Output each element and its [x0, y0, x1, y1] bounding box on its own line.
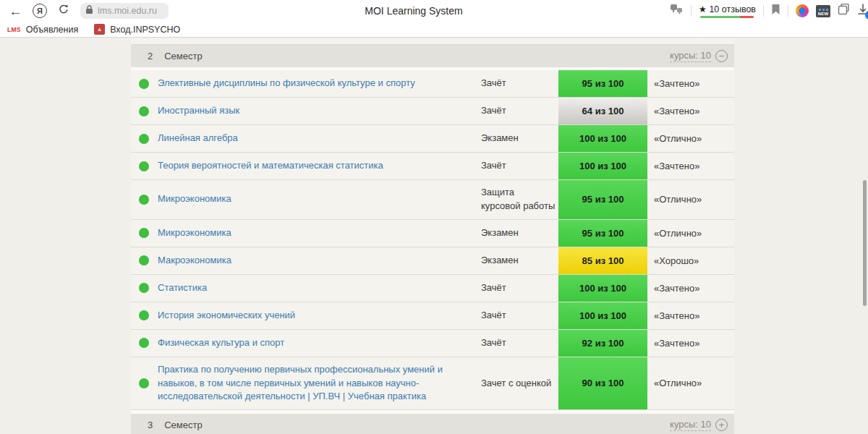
- lock-icon: [85, 4, 93, 17]
- table-row: Иностранный язык Зачёт 64 из 100 «Зачтен…: [131, 98, 734, 125]
- bookmark-label: Вход.INPSYCHO: [110, 25, 180, 35]
- score-badge: 95 из 100: [558, 70, 647, 97]
- semester-2-header: 2 Семестр курсы: 10 −: [131, 45, 734, 67]
- site-reviews[interactable]: ★ 10 отзывов: [699, 4, 756, 18]
- course-link[interactable]: Микроэкономика: [158, 187, 481, 212]
- course-link[interactable]: Статистика: [158, 276, 481, 301]
- scrollbar-thumb[interactable]: [863, 180, 867, 306]
- address-bar[interactable]: lms.moi.edu.ru: [80, 3, 169, 19]
- back-icon[interactable]: ←: [9, 4, 22, 18]
- rows-container: Элективные дисциплины по физической куль…: [131, 70, 734, 410]
- bookmark-inpsycho[interactable]: ▲ Вход.INPSYCHO: [94, 24, 180, 35]
- score-badge: 64 из 100: [558, 98, 647, 124]
- extension-new-icon[interactable]: NEW: [816, 5, 830, 17]
- assessment-type: Экзамен: [481, 221, 558, 246]
- assessment-type: Экзамен: [481, 126, 558, 151]
- grade-text: «Зачтено»: [647, 106, 734, 116]
- course-link[interactable]: Макроэкономика: [158, 248, 481, 273]
- score-badge: 95 из 100: [558, 180, 647, 219]
- assessment-type: Зачёт: [481, 98, 558, 124]
- row-status: [131, 302, 158, 329]
- separator: [788, 5, 788, 17]
- course-link[interactable]: Теория вероятностей и математическая ста…: [158, 153, 481, 179]
- course-link[interactable]: Практика по получению первичных професси…: [158, 357, 481, 410]
- bookmark-announcements[interactable]: LMS Объявления: [7, 25, 78, 35]
- downloads-icon[interactable]: 2: [857, 4, 868, 18]
- table-row: Практика по получению первичных професси…: [131, 357, 734, 411]
- row-status: [131, 153, 158, 179]
- row-status: [131, 330, 158, 357]
- pins-icon[interactable]: [670, 4, 684, 19]
- grade-text: «Зачтено»: [647, 161, 734, 171]
- url-text: lms.moi.edu.ru: [98, 6, 157, 16]
- course-link[interactable]: Линейная алгебра: [158, 126, 481, 151]
- separator: [691, 5, 692, 17]
- grade-text: «Отлично»: [647, 133, 734, 144]
- status-dot-icon: [139, 106, 149, 116]
- score-badge: 85 из 100: [558, 247, 647, 274]
- course-link[interactable]: Элективные дисциплины по физической куль…: [158, 71, 481, 96]
- grade-text: «Отлично»: [647, 228, 734, 239]
- bookmark-flag-icon[interactable]: [771, 4, 780, 18]
- grade-text: «Зачтено»: [647, 310, 734, 321]
- semester-number: 3: [148, 420, 153, 430]
- assessment-type: Зачёт: [481, 303, 558, 328]
- collapse-icon[interactable]: −: [715, 50, 728, 62]
- status-dot-icon: [139, 134, 149, 144]
- score-badge: 90 из 100: [558, 357, 647, 410]
- separator: [763, 5, 764, 17]
- grade-text: «Отлично»: [647, 194, 734, 205]
- row-status: [131, 125, 158, 152]
- status-dot-icon: [139, 228, 149, 238]
- table-row: Макроэкономика Экзамен 85 из 100 «Хорошо…: [131, 247, 734, 275]
- score-badge: 100 из 100: [558, 125, 647, 152]
- semester-label: Семестр: [164, 51, 202, 61]
- table-row: История экономических учений Зачёт 100 и…: [131, 302, 734, 330]
- status-dot-icon: [139, 195, 149, 205]
- reviews-label: ★ 10 отзывов: [699, 4, 756, 14]
- score-badge: 92 из 100: [558, 330, 647, 357]
- table-row: Статистика Зачёт 100 из 100 «Зачтено»: [131, 275, 734, 302]
- collections-tag-icon[interactable]: [838, 4, 850, 19]
- course-link[interactable]: Иностранный язык: [158, 98, 481, 124]
- score-badge: 100 из 100: [558, 275, 647, 302]
- bookmarks-bar: LMS Объявления ▲ Вход.INPSYCHO: [0, 22, 868, 38]
- course-link[interactable]: История экономических учений: [158, 303, 481, 328]
- assessment-type: Зачет с оценкой: [481, 371, 558, 396]
- status-dot-icon: [139, 283, 149, 293]
- courses-count-link[interactable]: курсы: 10: [670, 50, 711, 62]
- assessment-type: Экзамен: [481, 248, 558, 273]
- courses-count-link[interactable]: курсы: 10: [670, 419, 711, 431]
- grade-text: «Отлично»: [647, 378, 734, 388]
- rating-bar: [700, 16, 754, 18]
- inpsycho-favicon: ▲: [94, 24, 105, 35]
- score-badge: 100 из 100: [558, 302, 647, 329]
- status-dot-icon: [139, 310, 149, 320]
- extension-browser-icon[interactable]: [796, 4, 809, 17]
- gradebook-table: 2 Семестр курсы: 10 − Элективные дисципл…: [131, 38, 734, 434]
- grade-text: «Зачтено»: [647, 283, 734, 294]
- row-status: [131, 247, 158, 274]
- row-status: [131, 275, 158, 302]
- course-link[interactable]: Микроэкономика: [158, 221, 481, 246]
- yandex-browser-icon[interactable]: Я: [33, 4, 47, 18]
- assessment-type: Зачёт: [481, 153, 558, 179]
- lms-favicon: LMS: [7, 26, 21, 33]
- table-row: Физическая культура и спорт Зачёт 92 из …: [131, 330, 734, 357]
- refresh-icon[interactable]: [57, 3, 70, 19]
- new-icon-dots: [819, 9, 828, 11]
- browser-toolbar: ← Я lms.moi.edu.ru MOI Learning System: [0, 0, 868, 22]
- table-row: Теория вероятностей и математическая ста…: [131, 153, 734, 180]
- score-badge: 100 из 100: [558, 153, 647, 179]
- page-title: MOI Learning System: [365, 5, 462, 17]
- row-status: [131, 70, 158, 97]
- toolbar-right-icons: ★ 10 отзывов NEW 2: [670, 0, 868, 22]
- status-dot-icon: [139, 161, 149, 171]
- page-content: 2 Семестр курсы: 10 − Элективные дисципл…: [0, 38, 868, 434]
- expand-icon[interactable]: +: [715, 419, 728, 431]
- assessment-type: Зачёт: [481, 276, 558, 301]
- course-link[interactable]: Физическая культура и спорт: [158, 331, 481, 356]
- assessment-type: Зачёт: [481, 71, 558, 96]
- semester-3-header: 3 Семестр курсы: 10 +: [131, 414, 734, 434]
- status-dot-icon: [139, 378, 149, 388]
